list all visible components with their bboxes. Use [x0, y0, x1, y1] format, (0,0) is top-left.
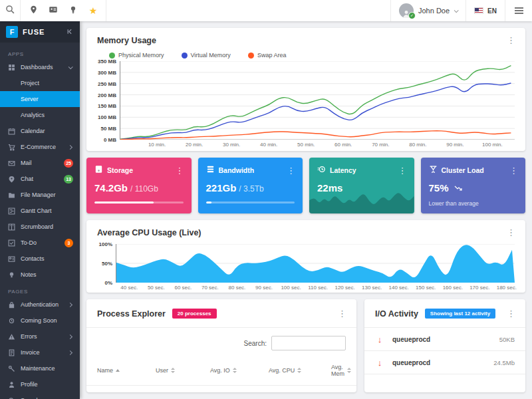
todo-badge: 3 — [65, 239, 73, 247]
shortcut-contacts-button[interactable] — [43, 0, 63, 21]
receipt-icon — [8, 349, 15, 356]
process-search-input[interactable] — [271, 336, 346, 350]
wrench-icon — [8, 365, 15, 372]
sidebar-item-gantt-chart[interactable]: Gantt Chart — [0, 203, 80, 219]
sidebar-header: F FUSE — [0, 21, 80, 43]
sidebar-item-contacts[interactable]: Contacts — [0, 251, 80, 267]
sidebar-item-todo[interactable]: To-Do 3 — [0, 235, 80, 251]
legend-item-virtual: Virtual Memory — [182, 52, 231, 59]
latency-clock-icon — [317, 164, 326, 176]
bandwidth-title: Bandwidth — [219, 166, 283, 174]
cpu-chart-plot — [116, 244, 515, 283]
sidebar-item-project[interactable]: Project — [0, 75, 80, 91]
sidebar-item-notes[interactable]: Notes — [0, 267, 80, 283]
storage-progress-bar — [94, 201, 184, 203]
sidebar-item-maintenance[interactable]: Maintenance — [0, 360, 80, 376]
star-icon — [89, 5, 98, 17]
bandwidth-card: Bandwidth 221Gb / 3.5Tb — [198, 158, 303, 213]
storage-value: 74.2Gb — [94, 182, 128, 194]
language-selector[interactable]: EN — [466, 0, 505, 21]
user-avatar — [399, 3, 414, 18]
cpu-menu-kebab-icon[interactable] — [507, 228, 515, 237]
storage-menu-kebab-icon[interactable] — [176, 166, 184, 175]
quick-panel-button[interactable] — [505, 0, 532, 21]
process-explorer-title: Process Explorer — [97, 309, 166, 319]
sidebar-item-calendar[interactable]: Calendar — [0, 123, 80, 139]
sidebar-item-scrumboard[interactable]: Scrumboard — [0, 219, 80, 235]
io-count-badge: Showing last 12 activity — [425, 309, 495, 319]
sidebar-item-mail[interactable]: Mail 25 — [0, 155, 80, 171]
chat-icon — [8, 176, 15, 183]
column-header-avg-io[interactable]: Avg. IO — [210, 367, 269, 374]
stats-row: Storage 74.2Gb / 110Gb Bandwidth 22 — [86, 158, 525, 213]
sidebar-item-search[interactable]: Search — [0, 392, 80, 399]
mail-icon — [8, 160, 15, 167]
column-header-user[interactable]: User — [156, 367, 210, 374]
watch-icon — [8, 317, 15, 325]
storage-total: / 110Gb — [130, 184, 158, 194]
cluster-menu-kebab-icon[interactable] — [509, 166, 517, 175]
download-arrow-icon — [375, 334, 384, 344]
process-table-header: Name User Avg. IO Avg. CPU Avg. Mem — [86, 356, 356, 385]
column-header-avg-mem[interactable]: Avg. Mem — [331, 364, 351, 377]
sidebar-item-coming-soon[interactable]: Coming Soon — [0, 313, 80, 329]
chevron-right-icon — [68, 144, 72, 149]
io-menu-kebab-icon[interactable] — [507, 309, 515, 318]
bandwidth-network-icon — [206, 164, 215, 176]
mail-badge: 25 — [64, 159, 73, 168]
cpu-x-axis: 40 sec.50 sec.60 sec.70 sec.80 sec.90 se… — [116, 283, 515, 291]
memory-menu-kebab-icon[interactable] — [507, 36, 515, 45]
user-name: John Doe — [418, 7, 450, 15]
latency-menu-kebab-icon[interactable] — [398, 166, 406, 175]
search-icon — [5, 5, 15, 17]
column-header-name[interactable]: Name — [97, 367, 156, 374]
us-flag-icon — [474, 7, 483, 14]
column-header-avg-cpu[interactable]: Avg. CPU — [269, 367, 331, 374]
sidebar-item-ecommerce[interactable]: E-Commerce — [0, 139, 80, 155]
storage-disk-icon — [94, 164, 103, 176]
sidebar-item-dashboards[interactable]: Dashboards — [0, 59, 80, 75]
bandwidth-progress-bar — [206, 201, 295, 203]
sidebar-item-errors[interactable]: Errors — [0, 329, 80, 344]
legend-item-swap: Swap Area — [248, 52, 287, 59]
cluster-load-title: Cluster Load — [442, 166, 506, 174]
bandwidth-value: 221Gb — [206, 182, 237, 194]
bandwidth-total: / 3.5Tb — [239, 184, 263, 194]
io-row[interactable]: queueprocd 50KB — [364, 328, 525, 350]
lock-icon — [8, 301, 15, 309]
io-row[interactable]: queueprocd 24.5Mb — [364, 351, 525, 374]
storage-card: Storage 74.2Gb / 110Gb — [86, 158, 192, 213]
user-menu[interactable]: John Doe — [391, 0, 466, 21]
folder-icon — [8, 192, 15, 199]
shortcut-favorite-button[interactable] — [83, 0, 103, 21]
shopping-cart-icon — [8, 144, 15, 151]
toolbar-search-button[interactable] — [0, 0, 20, 21]
sidebar-item-profile[interactable]: Profile — [0, 376, 80, 392]
shortcut-location-button[interactable] — [23, 0, 43, 21]
scrumboard-icon — [8, 223, 15, 231]
cluster-load-note: Lower than average — [429, 200, 518, 207]
io-activity-card: I/O Activity Showing last 12 activity qu… — [364, 299, 525, 392]
sidebar-item-invoice[interactable]: Invoice — [0, 344, 80, 360]
shortcut-notes-button[interactable] — [63, 0, 83, 21]
sidebar-item-server[interactable]: Server — [0, 91, 80, 107]
memory-usage-card: Memory Usage Physical Memory Virtual Mem… — [86, 28, 525, 151]
chat-badge: 13 — [64, 175, 73, 184]
bandwidth-menu-kebab-icon[interactable] — [287, 166, 295, 175]
cpu-y-axis: 0%50%100% — [97, 244, 116, 283]
sidebar-item-authentication[interactable]: Authentication — [0, 297, 80, 313]
latency-sparkline-chart — [309, 190, 414, 213]
legend-item-physical: Physical Memory — [109, 52, 164, 59]
sort-icon — [233, 368, 237, 373]
sidebar-item-chat[interactable]: Chat 13 — [0, 171, 80, 187]
process-menu-kebab-icon[interactable] — [338, 309, 346, 318]
legend-dot-swap — [248, 53, 254, 59]
main-content: Memory Usage Physical Memory Virtual Mem… — [80, 21, 532, 399]
chevron-right-icon — [68, 334, 72, 338]
sidebar-collapse-icon[interactable] — [66, 26, 74, 38]
sidebar-item-analytics[interactable]: Analytics — [0, 107, 80, 123]
sidebar-item-file-manager[interactable]: File Manager — [0, 187, 80, 203]
cluster-load-value: 75% — [429, 182, 449, 194]
latency-title: Latency — [330, 166, 394, 174]
lightbulb-icon — [69, 5, 77, 17]
